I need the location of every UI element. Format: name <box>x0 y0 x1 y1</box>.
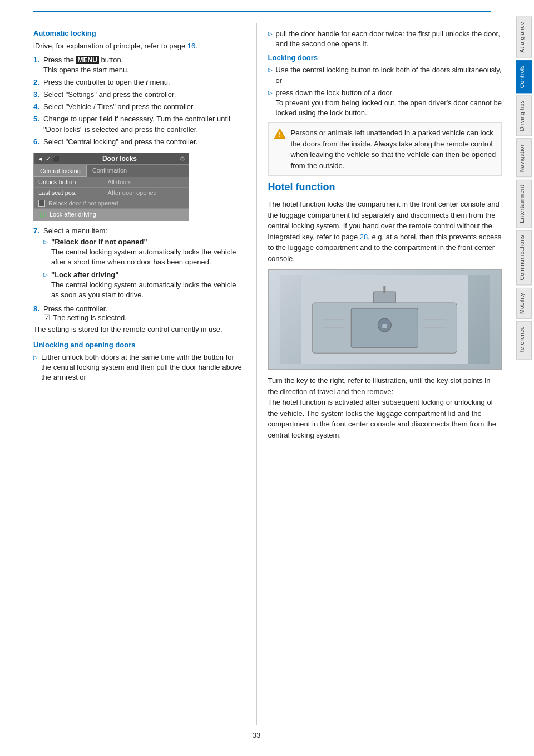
hotel-image-svg <box>280 275 490 364</box>
step-4: 4. Select "Vehicle / Tires" and press th… <box>33 102 245 112</box>
sidebar-tab-at-a-glance[interactable]: At a glance <box>516 17 532 58</box>
sidebar-tab-mobility[interactable]: Mobility <box>516 288 532 319</box>
tab-central-locking[interactable]: Central locking <box>34 165 87 177</box>
svg-rect-5 <box>374 292 396 303</box>
svg-text:!: ! <box>279 131 281 138</box>
page-number: 33 <box>0 725 513 745</box>
step-8: 8. Press the controller. ☑ The setting i… <box>33 305 245 322</box>
footer-text: The setting is stored for the remote con… <box>33 324 245 335</box>
step-1: 1. Press the MENU button.This opens the … <box>33 55 245 75</box>
sidebar-tab-entertainment[interactable]: Entertainment <box>516 180 532 228</box>
table-row: Last seat pos. After door opened <box>34 188 189 198</box>
bullet-lock-after: ▷ "Lock after driving" The central locki… <box>43 270 245 301</box>
hotel-caption: Turn the key to the right, refer to illu… <box>268 375 502 440</box>
relock-door-row: Relock door if not opened <box>34 198 189 209</box>
automatic-locking-intro: iDrive, for explanation of principle, re… <box>33 41 245 52</box>
right-column: ▷ pull the door handle for each door twi… <box>257 23 513 725</box>
sidebar-tab-controls[interactable]: Controls <box>516 60 532 93</box>
locking-doors-bullets: ▷ Use the central locking button to lock… <box>268 65 502 118</box>
two-col-layout: Automatic locking iDrive, for explanatio… <box>0 23 513 725</box>
step-5: 5. Change to upper field if necessary. T… <box>33 114 245 134</box>
lock-after-driving-label: Lock after driving <box>50 211 96 218</box>
page-container: Automatic locking iDrive, for explanatio… <box>0 0 534 756</box>
svg-rect-6 <box>384 286 386 293</box>
step-3: 3. Select "Settings" and press the contr… <box>33 90 245 100</box>
door-locks-title-bar: ◄ ✓ ⬛ Door locks ⚙ <box>34 153 189 165</box>
unlocking-bullet-1: ▷ Either unlock both doors at the same t… <box>33 352 245 383</box>
sidebar-tab-driving-tips[interactable]: Driving tips <box>516 95 532 136</box>
warning-triangle-icon: ! <box>273 127 286 141</box>
sidebar-tab-reference[interactable]: Reference <box>516 321 532 360</box>
door-locks-tabs: Central locking Confirmation <box>34 165 189 177</box>
locking-bullet-1: ▷ Use the central locking button to lock… <box>268 65 502 85</box>
locking-doors-heading: Locking doors <box>268 53 502 62</box>
lock-checkmark: ☑ <box>38 210 46 218</box>
right-bullet-top: ▷ pull the door handle for each door twi… <box>268 29 502 49</box>
unlocking-heading: Unlocking and opening doors <box>33 341 245 349</box>
step-6: 6. Select "Central locking" and press th… <box>33 137 245 147</box>
unlocking-bullets: ▷ Either unlock both doors at the same t… <box>33 352 245 383</box>
main-content: Automatic locking iDrive, for explanatio… <box>0 0 513 756</box>
left-column: Automatic locking iDrive, for explanatio… <box>0 23 256 725</box>
table-row: Unlock button All doors <box>34 177 189 188</box>
sidebar-tabs: At a glance Controls Driving tips Naviga… <box>513 0 534 756</box>
sidebar-tab-communications[interactable]: Communications <box>516 230 532 285</box>
automatic-locking-heading: Automatic locking <box>33 29 245 37</box>
door-locks-ui: ◄ ✓ ⬛ Door locks ⚙ Central locking Confi… <box>33 153 189 221</box>
warning-text: Persons or animals left unattended in a … <box>291 127 497 171</box>
step-2: 2. Press the controller to open the i me… <box>33 77 245 87</box>
svg-rect-8 <box>383 324 387 328</box>
door-locks-table: Unlock button All doors Last seat pos. A… <box>34 177 189 198</box>
door-locks-title: Door locks <box>102 155 137 163</box>
hotel-function-image <box>268 269 502 370</box>
step-7: 7. Select a menu item: ▷ "Relock door if… <box>33 227 245 300</box>
lock-after-driving-row: ☑ Lock after driving <box>34 209 189 220</box>
steps-list: 1. Press the MENU button.This opens the … <box>33 55 245 148</box>
locking-bullet-2: ▷ press down the lock button of a door.T… <box>268 88 502 119</box>
right-bullet-1: ▷ pull the door handle for each door twi… <box>268 29 502 49</box>
warning-box: ! Persons or animals left unattended in … <box>268 122 502 176</box>
hotel-function-heading: Hotel function <box>268 181 502 193</box>
sidebar-tab-navigation[interactable]: Navigation <box>516 138 532 177</box>
hotel-function-intro: The hotel function locks the compartment… <box>268 199 502 264</box>
relock-checkbox[interactable] <box>38 200 45 207</box>
tab-confirmation[interactable]: Confirmation <box>87 165 132 177</box>
relock-door-label: Relock door if not opened <box>48 200 118 207</box>
bullet-relock: ▷ "Relock door if not opened" The centra… <box>43 237 245 268</box>
